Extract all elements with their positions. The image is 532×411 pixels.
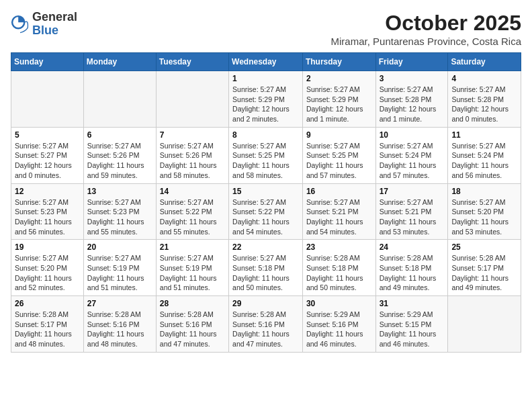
- day-info: Sunrise: 5:27 AMSunset: 5:19 PMDaylight:…: [87, 253, 152, 293]
- calendar-cell: 25Sunrise: 5:28 AMSunset: 5:17 PMDayligh…: [448, 240, 521, 296]
- day-info: Sunrise: 5:27 AMSunset: 5:25 PMDaylight:…: [306, 141, 372, 181]
- calendar-cell: 20Sunrise: 5:27 AMSunset: 5:19 PMDayligh…: [83, 240, 156, 296]
- calendar-cell: 11Sunrise: 5:27 AMSunset: 5:24 PMDayligh…: [448, 127, 521, 183]
- calendar-cell: [448, 296, 521, 353]
- calendar-cell: 12Sunrise: 5:27 AMSunset: 5:23 PMDayligh…: [11, 183, 84, 240]
- day-info: Sunrise: 5:27 AMSunset: 5:24 PMDaylight:…: [451, 141, 517, 181]
- calendar-cell: [83, 71, 156, 128]
- calendar-week-1: 1Sunrise: 5:27 AMSunset: 5:29 PMDaylight…: [11, 71, 521, 128]
- logo-icon: [11, 15, 30, 34]
- calendar-cell: 31Sunrise: 5:29 AMSunset: 5:15 PMDayligh…: [375, 296, 448, 353]
- day-number: 25: [451, 242, 517, 252]
- weekday-header-friday: Friday: [375, 53, 448, 71]
- day-info: Sunrise: 5:27 AMSunset: 5:25 PMDaylight:…: [232, 141, 299, 181]
- day-number: 23: [306, 242, 372, 252]
- day-number: 29: [232, 299, 299, 308]
- logo: General Blue: [11, 11, 77, 38]
- day-info: Sunrise: 5:27 AMSunset: 5:20 PMDaylight:…: [15, 253, 80, 293]
- day-number: 9: [306, 130, 372, 140]
- day-number: 12: [15, 187, 80, 196]
- calendar-cell: 17Sunrise: 5:27 AMSunset: 5:21 PMDayligh…: [375, 183, 448, 240]
- day-info: Sunrise: 5:28 AMSunset: 5:16 PMDaylight:…: [160, 310, 225, 349]
- calendar: SundayMondayTuesdayWednesdayThursdayFrid…: [11, 52, 521, 353]
- day-info: Sunrise: 5:27 AMSunset: 5:21 PMDaylight:…: [380, 197, 445, 237]
- day-info: Sunrise: 5:27 AMSunset: 5:28 PMDaylight:…: [380, 85, 445, 124]
- calendar-cell: 21Sunrise: 5:27 AMSunset: 5:19 PMDayligh…: [156, 240, 228, 296]
- calendar-cell: 30Sunrise: 5:29 AMSunset: 5:16 PMDayligh…: [302, 296, 375, 353]
- day-info: Sunrise: 5:27 AMSunset: 5:20 PMDaylight:…: [451, 197, 517, 237]
- calendar-cell: 1Sunrise: 5:27 AMSunset: 5:29 PMDaylight…: [229, 71, 303, 128]
- day-number: 4: [451, 74, 517, 83]
- calendar-cell: [156, 71, 228, 128]
- calendar-cell: 16Sunrise: 5:27 AMSunset: 5:21 PMDayligh…: [302, 183, 375, 240]
- calendar-cell: 18Sunrise: 5:27 AMSunset: 5:20 PMDayligh…: [448, 183, 521, 240]
- calendar-cell: 19Sunrise: 5:27 AMSunset: 5:20 PMDayligh…: [11, 240, 84, 296]
- day-info: Sunrise: 5:28 AMSunset: 5:17 PMDaylight:…: [451, 253, 517, 293]
- day-info: Sunrise: 5:27 AMSunset: 5:18 PMDaylight:…: [232, 253, 299, 293]
- calendar-cell: 8Sunrise: 5:27 AMSunset: 5:25 PMDaylight…: [229, 127, 303, 183]
- day-info: Sunrise: 5:27 AMSunset: 5:26 PMDaylight:…: [160, 141, 225, 181]
- calendar-week-3: 12Sunrise: 5:27 AMSunset: 5:23 PMDayligh…: [11, 183, 521, 240]
- day-info: Sunrise: 5:27 AMSunset: 5:23 PMDaylight:…: [87, 197, 152, 237]
- logo-blue: Blue: [32, 24, 77, 38]
- calendar-cell: 2Sunrise: 5:27 AMSunset: 5:29 PMDaylight…: [302, 71, 375, 128]
- day-info: Sunrise: 5:29 AMSunset: 5:16 PMDaylight:…: [306, 310, 372, 349]
- day-number: 3: [380, 74, 445, 83]
- calendar-week-5: 26Sunrise: 5:28 AMSunset: 5:17 PMDayligh…: [11, 296, 521, 353]
- month-title: October 2025: [331, 11, 521, 36]
- day-info: Sunrise: 5:27 AMSunset: 5:21 PMDaylight:…: [306, 197, 372, 237]
- day-number: 28: [160, 299, 225, 308]
- logo-general: General: [32, 11, 77, 24]
- day-info: Sunrise: 5:29 AMSunset: 5:15 PMDaylight:…: [380, 310, 445, 349]
- day-number: 8: [232, 130, 299, 140]
- weekday-header-saturday: Saturday: [448, 53, 521, 71]
- day-number: 18: [451, 187, 517, 196]
- day-number: 26: [15, 299, 80, 308]
- day-number: 16: [306, 187, 372, 196]
- title-block: October 2025 Miramar, Puntarenas Provinc…: [331, 11, 521, 47]
- day-number: 6: [87, 130, 152, 140]
- day-number: 31: [380, 299, 445, 308]
- weekday-header-wednesday: Wednesday: [229, 53, 303, 71]
- day-number: 15: [232, 187, 299, 196]
- page-header: General Blue October 2025 Miramar, Punta…: [11, 11, 521, 47]
- day-number: 2: [306, 74, 372, 83]
- day-info: Sunrise: 5:28 AMSunset: 5:16 PMDaylight:…: [87, 310, 152, 349]
- day-info: Sunrise: 5:27 AMSunset: 5:27 PMDaylight:…: [15, 141, 80, 181]
- weekday-header-sunday: Sunday: [11, 53, 84, 71]
- calendar-cell: 5Sunrise: 5:27 AMSunset: 5:27 PMDaylight…: [11, 127, 84, 183]
- day-info: Sunrise: 5:28 AMSunset: 5:18 PMDaylight:…: [306, 253, 372, 293]
- weekday-header-thursday: Thursday: [302, 53, 375, 71]
- calendar-cell: 26Sunrise: 5:28 AMSunset: 5:17 PMDayligh…: [11, 296, 84, 353]
- day-info: Sunrise: 5:28 AMSunset: 5:17 PMDaylight:…: [15, 310, 80, 349]
- calendar-body: 1Sunrise: 5:27 AMSunset: 5:29 PMDaylight…: [11, 71, 521, 353]
- day-number: 24: [380, 242, 445, 252]
- day-number: 1: [232, 74, 299, 83]
- day-number: 19: [15, 242, 80, 252]
- day-info: Sunrise: 5:27 AMSunset: 5:22 PMDaylight:…: [160, 197, 225, 237]
- day-info: Sunrise: 5:27 AMSunset: 5:19 PMDaylight:…: [160, 253, 225, 293]
- calendar-cell: 6Sunrise: 5:27 AMSunset: 5:26 PMDaylight…: [83, 127, 156, 183]
- calendar-cell: 27Sunrise: 5:28 AMSunset: 5:16 PMDayligh…: [83, 296, 156, 353]
- location-title: Miramar, Puntarenas Province, Costa Rica: [331, 36, 521, 47]
- calendar-week-4: 19Sunrise: 5:27 AMSunset: 5:20 PMDayligh…: [11, 240, 521, 296]
- day-info: Sunrise: 5:27 AMSunset: 5:26 PMDaylight:…: [87, 141, 152, 181]
- calendar-cell: 23Sunrise: 5:28 AMSunset: 5:18 PMDayligh…: [302, 240, 375, 296]
- day-number: 21: [160, 242, 225, 252]
- calendar-cell: 9Sunrise: 5:27 AMSunset: 5:25 PMDaylight…: [302, 127, 375, 183]
- calendar-cell: 10Sunrise: 5:27 AMSunset: 5:24 PMDayligh…: [375, 127, 448, 183]
- calendar-cell: 4Sunrise: 5:27 AMSunset: 5:28 PMDaylight…: [448, 71, 521, 128]
- day-number: 5: [15, 130, 80, 140]
- day-info: Sunrise: 5:28 AMSunset: 5:18 PMDaylight:…: [380, 253, 445, 293]
- day-number: 30: [306, 299, 372, 308]
- day-info: Sunrise: 5:27 AMSunset: 5:23 PMDaylight:…: [15, 197, 80, 237]
- calendar-cell: 29Sunrise: 5:28 AMSunset: 5:16 PMDayligh…: [229, 296, 303, 353]
- day-number: 17: [380, 187, 445, 196]
- calendar-cell: 28Sunrise: 5:28 AMSunset: 5:16 PMDayligh…: [156, 296, 228, 353]
- day-number: 27: [87, 299, 152, 308]
- calendar-cell: 7Sunrise: 5:27 AMSunset: 5:26 PMDaylight…: [156, 127, 228, 183]
- logo-text: General Blue: [32, 11, 77, 38]
- day-info: Sunrise: 5:27 AMSunset: 5:22 PMDaylight:…: [232, 197, 299, 237]
- calendar-week-2: 5Sunrise: 5:27 AMSunset: 5:27 PMDaylight…: [11, 127, 521, 183]
- day-number: 7: [160, 130, 225, 140]
